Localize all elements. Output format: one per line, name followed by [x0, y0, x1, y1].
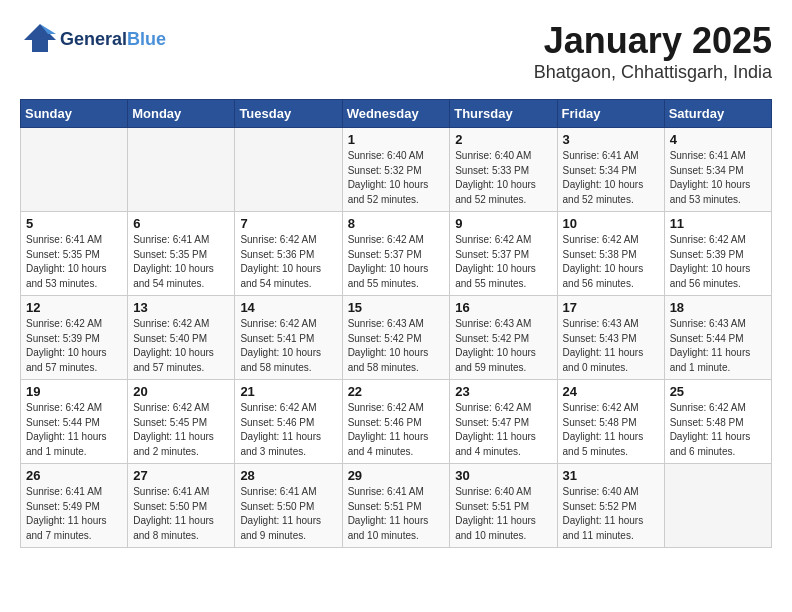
day-number: 15 — [348, 300, 445, 315]
day-number: 14 — [240, 300, 336, 315]
calendar-cell: 7Sunrise: 6:42 AM Sunset: 5:36 PM Daylig… — [235, 212, 342, 296]
location-title: Bhatgaon, Chhattisgarh, India — [534, 62, 772, 83]
calendar-cell: 6Sunrise: 6:41 AM Sunset: 5:35 PM Daylig… — [128, 212, 235, 296]
weekday-header-thursday: Thursday — [450, 100, 557, 128]
calendar-cell: 26Sunrise: 6:41 AM Sunset: 5:49 PM Dayli… — [21, 464, 128, 548]
logo-icon — [20, 20, 56, 60]
day-number: 28 — [240, 468, 336, 483]
day-number: 30 — [455, 468, 551, 483]
calendar-cell — [664, 464, 771, 548]
day-info: Sunrise: 6:42 AM Sunset: 5:44 PM Dayligh… — [26, 401, 122, 459]
day-number: 1 — [348, 132, 445, 147]
title-block: January 2025 Bhatgaon, Chhattisgarh, Ind… — [534, 20, 772, 83]
day-info: Sunrise: 6:41 AM Sunset: 5:35 PM Dayligh… — [133, 233, 229, 291]
day-info: Sunrise: 6:41 AM Sunset: 5:50 PM Dayligh… — [240, 485, 336, 543]
day-number: 4 — [670, 132, 766, 147]
calendar-cell: 20Sunrise: 6:42 AM Sunset: 5:45 PM Dayli… — [128, 380, 235, 464]
day-number: 26 — [26, 468, 122, 483]
calendar-cell: 23Sunrise: 6:42 AM Sunset: 5:47 PM Dayli… — [450, 380, 557, 464]
day-info: Sunrise: 6:40 AM Sunset: 5:52 PM Dayligh… — [563, 485, 659, 543]
calendar-cell: 11Sunrise: 6:42 AM Sunset: 5:39 PM Dayli… — [664, 212, 771, 296]
day-info: Sunrise: 6:41 AM Sunset: 5:34 PM Dayligh… — [670, 149, 766, 207]
day-info: Sunrise: 6:43 AM Sunset: 5:43 PM Dayligh… — [563, 317, 659, 375]
day-info: Sunrise: 6:42 AM Sunset: 5:39 PM Dayligh… — [670, 233, 766, 291]
calendar-cell: 2Sunrise: 6:40 AM Sunset: 5:33 PM Daylig… — [450, 128, 557, 212]
calendar-week-4: 19Sunrise: 6:42 AM Sunset: 5:44 PM Dayli… — [21, 380, 772, 464]
day-number: 22 — [348, 384, 445, 399]
calendar-cell: 4Sunrise: 6:41 AM Sunset: 5:34 PM Daylig… — [664, 128, 771, 212]
calendar-cell: 16Sunrise: 6:43 AM Sunset: 5:42 PM Dayli… — [450, 296, 557, 380]
calendar-cell: 27Sunrise: 6:41 AM Sunset: 5:50 PM Dayli… — [128, 464, 235, 548]
calendar-cell: 9Sunrise: 6:42 AM Sunset: 5:37 PM Daylig… — [450, 212, 557, 296]
day-info: Sunrise: 6:42 AM Sunset: 5:39 PM Dayligh… — [26, 317, 122, 375]
day-number: 20 — [133, 384, 229, 399]
weekday-header-wednesday: Wednesday — [342, 100, 450, 128]
day-number: 12 — [26, 300, 122, 315]
calendar-cell: 25Sunrise: 6:42 AM Sunset: 5:48 PM Dayli… — [664, 380, 771, 464]
calendar-cell — [21, 128, 128, 212]
calendar-cell: 18Sunrise: 6:43 AM Sunset: 5:44 PM Dayli… — [664, 296, 771, 380]
calendar-cell: 28Sunrise: 6:41 AM Sunset: 5:50 PM Dayli… — [235, 464, 342, 548]
day-number: 17 — [563, 300, 659, 315]
calendar-cell: 1Sunrise: 6:40 AM Sunset: 5:32 PM Daylig… — [342, 128, 450, 212]
calendar-cell — [128, 128, 235, 212]
day-info: Sunrise: 6:41 AM Sunset: 5:50 PM Dayligh… — [133, 485, 229, 543]
calendar-cell: 3Sunrise: 6:41 AM Sunset: 5:34 PM Daylig… — [557, 128, 664, 212]
day-info: Sunrise: 6:43 AM Sunset: 5:42 PM Dayligh… — [455, 317, 551, 375]
day-number: 7 — [240, 216, 336, 231]
calendar-cell: 31Sunrise: 6:40 AM Sunset: 5:52 PM Dayli… — [557, 464, 664, 548]
day-info: Sunrise: 6:40 AM Sunset: 5:33 PM Dayligh… — [455, 149, 551, 207]
day-number: 13 — [133, 300, 229, 315]
day-number: 2 — [455, 132, 551, 147]
day-number: 29 — [348, 468, 445, 483]
calendar-cell: 5Sunrise: 6:41 AM Sunset: 5:35 PM Daylig… — [21, 212, 128, 296]
day-info: Sunrise: 6:42 AM Sunset: 5:46 PM Dayligh… — [348, 401, 445, 459]
day-info: Sunrise: 6:42 AM Sunset: 5:45 PM Dayligh… — [133, 401, 229, 459]
calendar-week-5: 26Sunrise: 6:41 AM Sunset: 5:49 PM Dayli… — [21, 464, 772, 548]
day-info: Sunrise: 6:42 AM Sunset: 5:40 PM Dayligh… — [133, 317, 229, 375]
calendar-cell — [235, 128, 342, 212]
day-info: Sunrise: 6:41 AM Sunset: 5:49 PM Dayligh… — [26, 485, 122, 543]
day-number: 16 — [455, 300, 551, 315]
day-number: 10 — [563, 216, 659, 231]
day-number: 5 — [26, 216, 122, 231]
day-number: 3 — [563, 132, 659, 147]
calendar-week-3: 12Sunrise: 6:42 AM Sunset: 5:39 PM Dayli… — [21, 296, 772, 380]
day-number: 11 — [670, 216, 766, 231]
calendar-cell: 29Sunrise: 6:41 AM Sunset: 5:51 PM Dayli… — [342, 464, 450, 548]
day-info: Sunrise: 6:43 AM Sunset: 5:44 PM Dayligh… — [670, 317, 766, 375]
weekday-header-tuesday: Tuesday — [235, 100, 342, 128]
day-info: Sunrise: 6:42 AM Sunset: 5:48 PM Dayligh… — [563, 401, 659, 459]
calendar-week-1: 1Sunrise: 6:40 AM Sunset: 5:32 PM Daylig… — [21, 128, 772, 212]
calendar-cell: 13Sunrise: 6:42 AM Sunset: 5:40 PM Dayli… — [128, 296, 235, 380]
day-info: Sunrise: 6:42 AM Sunset: 5:48 PM Dayligh… — [670, 401, 766, 459]
calendar-cell: 19Sunrise: 6:42 AM Sunset: 5:44 PM Dayli… — [21, 380, 128, 464]
day-info: Sunrise: 6:42 AM Sunset: 5:38 PM Dayligh… — [563, 233, 659, 291]
day-number: 24 — [563, 384, 659, 399]
day-number: 21 — [240, 384, 336, 399]
day-number: 27 — [133, 468, 229, 483]
weekday-header-friday: Friday — [557, 100, 664, 128]
day-number: 25 — [670, 384, 766, 399]
calendar-cell: 17Sunrise: 6:43 AM Sunset: 5:43 PM Dayli… — [557, 296, 664, 380]
day-info: Sunrise: 6:41 AM Sunset: 5:34 PM Dayligh… — [563, 149, 659, 207]
day-number: 8 — [348, 216, 445, 231]
calendar-week-2: 5Sunrise: 6:41 AM Sunset: 5:35 PM Daylig… — [21, 212, 772, 296]
day-info: Sunrise: 6:43 AM Sunset: 5:42 PM Dayligh… — [348, 317, 445, 375]
calendar-cell: 12Sunrise: 6:42 AM Sunset: 5:39 PM Dayli… — [21, 296, 128, 380]
svg-marker-0 — [24, 24, 56, 52]
month-title: January 2025 — [534, 20, 772, 62]
day-number: 23 — [455, 384, 551, 399]
day-info: Sunrise: 6:42 AM Sunset: 5:36 PM Dayligh… — [240, 233, 336, 291]
calendar-cell: 14Sunrise: 6:42 AM Sunset: 5:41 PM Dayli… — [235, 296, 342, 380]
day-info: Sunrise: 6:42 AM Sunset: 5:37 PM Dayligh… — [455, 233, 551, 291]
calendar-cell: 24Sunrise: 6:42 AM Sunset: 5:48 PM Dayli… — [557, 380, 664, 464]
weekday-header-monday: Monday — [128, 100, 235, 128]
calendar-table: SundayMondayTuesdayWednesdayThursdayFrid… — [20, 99, 772, 548]
calendar-cell: 22Sunrise: 6:42 AM Sunset: 5:46 PM Dayli… — [342, 380, 450, 464]
calendar-cell: 21Sunrise: 6:42 AM Sunset: 5:46 PM Dayli… — [235, 380, 342, 464]
day-info: Sunrise: 6:40 AM Sunset: 5:32 PM Dayligh… — [348, 149, 445, 207]
day-info: Sunrise: 6:41 AM Sunset: 5:51 PM Dayligh… — [348, 485, 445, 543]
day-info: Sunrise: 6:41 AM Sunset: 5:35 PM Dayligh… — [26, 233, 122, 291]
day-info: Sunrise: 6:42 AM Sunset: 5:47 PM Dayligh… — [455, 401, 551, 459]
